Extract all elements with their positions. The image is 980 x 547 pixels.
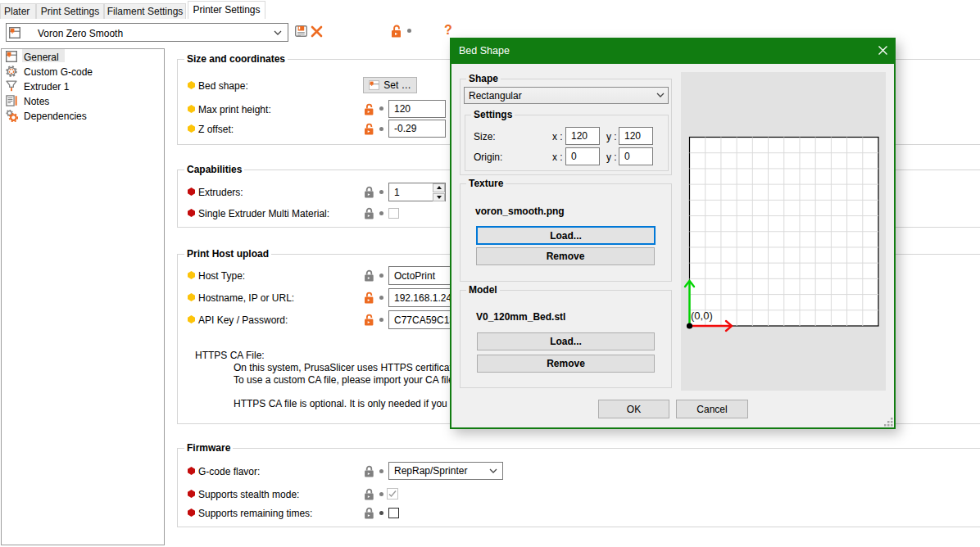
svg-text:(0,0): (0,0) [691, 310, 713, 322]
